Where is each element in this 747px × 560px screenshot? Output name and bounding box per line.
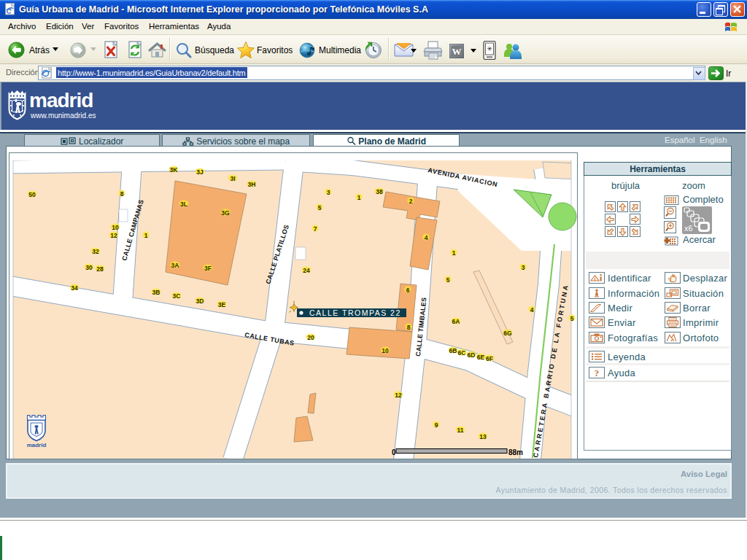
svg-text:34: 34 bbox=[71, 284, 78, 292]
svg-text:4: 4 bbox=[425, 234, 428, 241]
svg-text:1: 1 bbox=[144, 232, 148, 239]
svg-text:3K: 3K bbox=[170, 166, 179, 174]
svg-text:3G: 3G bbox=[221, 209, 230, 217]
svg-text:3B: 3B bbox=[152, 289, 160, 296]
svg-text:3J: 3J bbox=[196, 168, 204, 176]
svg-text:7: 7 bbox=[314, 225, 317, 233]
svg-text:11: 11 bbox=[457, 427, 464, 434]
svg-text:6G: 6G bbox=[503, 330, 512, 337]
svg-text:5: 5 bbox=[318, 204, 322, 211]
svg-text:?: ? bbox=[595, 368, 600, 378]
svg-text:3I: 3I bbox=[230, 175, 235, 182]
svg-text:3C: 3C bbox=[173, 292, 181, 300]
svg-text:6D: 6D bbox=[468, 351, 476, 359]
svg-text:1: 1 bbox=[452, 249, 456, 257]
svg-text:3H: 3H bbox=[248, 181, 256, 188]
svg-text:8: 8 bbox=[120, 190, 124, 198]
svg-text:24: 24 bbox=[303, 267, 310, 274]
svg-text:3D: 3D bbox=[196, 298, 204, 305]
svg-text:3: 3 bbox=[522, 264, 525, 271]
svg-text:38: 38 bbox=[376, 188, 383, 195]
svg-text:0: 0 bbox=[392, 448, 396, 456]
svg-text:6: 6 bbox=[406, 287, 410, 294]
svg-text:32: 32 bbox=[92, 248, 99, 255]
svg-text:1: 1 bbox=[357, 194, 361, 201]
svg-text:3A: 3A bbox=[171, 262, 179, 269]
svg-text:6B: 6B bbox=[449, 347, 457, 354]
svg-text:x6: x6 bbox=[684, 224, 693, 233]
svg-text:6C: 6C bbox=[458, 349, 466, 357]
svg-text:✳: ✳ bbox=[487, 45, 492, 52]
svg-text:8: 8 bbox=[407, 324, 411, 331]
svg-text:2: 2 bbox=[409, 198, 413, 205]
svg-text:20: 20 bbox=[307, 334, 314, 341]
svg-text:12: 12 bbox=[395, 392, 402, 399]
svg-text:13: 13 bbox=[479, 433, 487, 440]
svg-text:4: 4 bbox=[530, 306, 534, 314]
svg-text:50: 50 bbox=[28, 191, 36, 198]
svg-text:9: 9 bbox=[435, 421, 438, 429]
svg-text:88m: 88m bbox=[508, 448, 523, 456]
svg-text:5: 5 bbox=[570, 315, 574, 322]
svg-text:6F: 6F bbox=[486, 355, 493, 362]
svg-text:6E: 6E bbox=[477, 354, 485, 361]
svg-text:3: 3 bbox=[327, 189, 330, 196]
svg-text:10: 10 bbox=[382, 347, 389, 354]
svg-text:W: W bbox=[452, 46, 462, 57]
svg-text:3F: 3F bbox=[204, 265, 212, 272]
svg-text:30: 30 bbox=[85, 264, 93, 271]
svg-text:12: 12 bbox=[110, 232, 117, 239]
svg-text:3L: 3L bbox=[180, 201, 187, 208]
svg-text:CALLE TROMPAS 22: CALLE TROMPAS 22 bbox=[309, 308, 401, 317]
svg-text:3E: 3E bbox=[218, 301, 226, 308]
svg-text:madrid: madrid bbox=[27, 442, 47, 448]
svg-text:6A: 6A bbox=[452, 318, 460, 325]
svg-text:5: 5 bbox=[446, 276, 450, 284]
svg-text:10: 10 bbox=[112, 224, 119, 231]
svg-text:28: 28 bbox=[96, 265, 104, 273]
